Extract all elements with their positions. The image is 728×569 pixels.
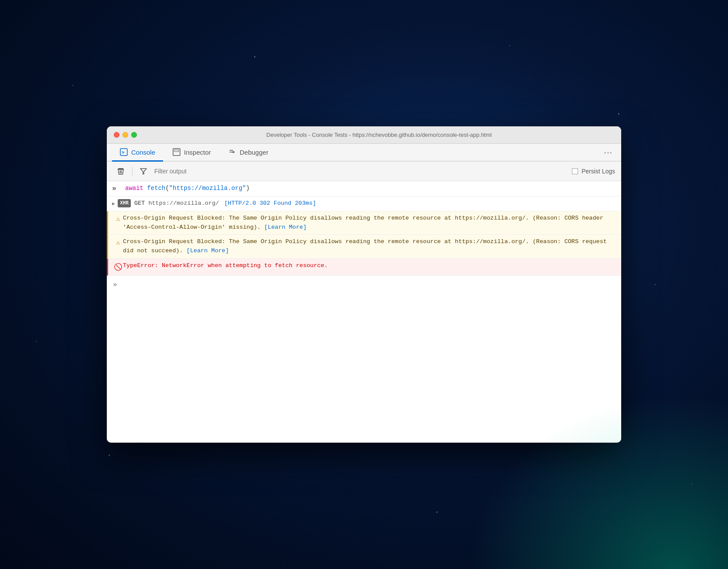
devtools-window: Developer Tools - Console Tests - https:…: [107, 126, 621, 443]
debugger-icon: [228, 148, 236, 156]
svg-text:>: >: [122, 149, 125, 155]
xhr-badge: XHR: [118, 199, 131, 207]
tab-console[interactable]: > Console: [112, 144, 163, 162]
maximize-button[interactable]: [131, 132, 137, 138]
console-output: » await fetch("https://mozilla.org") ▶ X…: [107, 181, 621, 443]
xhr-status: [HTTP/2.0 302 Found 203ms]: [224, 199, 316, 208]
xhr-method: GET: [134, 199, 145, 208]
console-input[interactable]: [121, 281, 615, 288]
persist-logs-label: Persist Logs: [582, 168, 615, 175]
warning-text-2: Cross-Origin Request Blocked: The Same O…: [123, 237, 616, 256]
command-prompt: »: [112, 184, 122, 193]
fn-fetch: fetch: [147, 185, 165, 192]
persist-logs-checkbox[interactable]: [572, 168, 578, 174]
tab-debugger-label: Debugger: [240, 149, 269, 156]
svg-rect-2: [173, 149, 180, 156]
traffic-lights: [114, 132, 137, 138]
persist-logs-container: Persist Logs: [572, 168, 615, 175]
console-row-error: 🚫 TypeError: NetworkError when attemptin…: [107, 259, 621, 276]
tab-console-label: Console: [131, 149, 155, 156]
expand-xhr-icon[interactable]: ▶: [112, 200, 115, 208]
toolbar: Persist Logs: [107, 162, 621, 181]
console-row-warning-1: ⚠ Cross-Origin Request Blocked: The Same…: [107, 211, 621, 235]
tab-bar: > Console Inspector: [107, 144, 621, 162]
warning-icon-2: ⚠: [113, 237, 123, 248]
console-input-row: »: [107, 276, 621, 293]
error-icon: 🚫: [113, 261, 123, 273]
tab-inspector-label: Inspector: [184, 149, 211, 156]
learn-more-link-1[interactable]: [Learn More]: [264, 224, 306, 230]
tab-debugger[interactable]: Debugger: [221, 144, 276, 162]
error-text: TypeError: NetworkError when attempting …: [123, 261, 328, 271]
command-text: await fetch("https://mozilla.org"): [125, 184, 250, 193]
xhr-url: https://mozilla.org/: [148, 199, 219, 208]
svg-rect-5: [119, 168, 123, 169]
minimize-button[interactable]: [122, 132, 128, 138]
svg-rect-3: [174, 150, 179, 152]
fetch-url: "https://mozilla.org": [169, 185, 246, 192]
clear-button[interactable]: [113, 164, 129, 178]
filter-input[interactable]: [151, 166, 572, 176]
warning-text-1: Cross-Origin Request Blocked: The Same O…: [123, 214, 616, 232]
filter-icon-button[interactable]: [136, 165, 151, 178]
close-button[interactable]: [114, 132, 119, 138]
inspector-icon: [173, 148, 180, 156]
console-empty-area: [107, 293, 621, 345]
console-row-xhr[interactable]: ▶ XHR GET https://mozilla.org/ [HTTP/2.0…: [107, 196, 621, 211]
console-row-warning-2: ⚠ Cross-Origin Request Blocked: The Same…: [107, 235, 621, 259]
keyword-await: await: [125, 185, 147, 192]
warning-icon-1: ⚠: [113, 214, 123, 225]
more-tabs-button[interactable]: ···: [600, 144, 616, 161]
console-row-command: » await fetch("https://mozilla.org"): [107, 181, 621, 196]
title-bar: Developer Tools - Console Tests - https:…: [107, 126, 621, 144]
input-prompt: »: [113, 280, 117, 288]
tab-inspector[interactable]: Inspector: [165, 144, 219, 162]
learn-more-link-2[interactable]: [Learn More]: [187, 247, 229, 254]
toolbar-divider: [132, 167, 133, 176]
window-title: Developer Tools - Console Tests - https:…: [144, 132, 614, 138]
console-icon: >: [120, 148, 128, 156]
